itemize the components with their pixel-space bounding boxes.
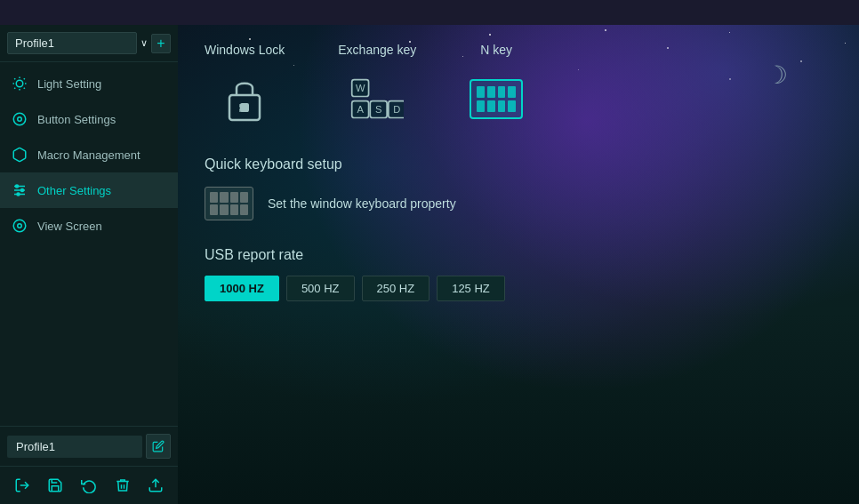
svg-text:D: D xyxy=(393,104,400,115)
toggle-section: Windows Lock xyxy=(205,43,832,130)
save-button[interactable] xyxy=(42,472,68,499)
sliders-icon xyxy=(11,181,28,199)
exchange-key-item[interactable]: Exchange key W A S xyxy=(338,43,416,130)
svg-line-4 xyxy=(24,88,25,89)
svg-rect-24 xyxy=(245,104,249,108)
svg-line-3 xyxy=(14,78,15,79)
windows-lock-item[interactable]: Windows Lock xyxy=(205,43,285,130)
svg-point-16 xyxy=(17,193,20,196)
svg-point-10 xyxy=(18,117,22,122)
sun-icon xyxy=(11,75,28,92)
svg-text:A: A xyxy=(357,104,365,115)
bottom-toolbar xyxy=(0,466,178,504)
macro-icon xyxy=(11,146,28,164)
svg-rect-26 xyxy=(245,108,249,112)
sidebar-item-label: Macro Management xyxy=(37,148,140,162)
delete-button[interactable] xyxy=(109,472,136,499)
quick-keyboard-setup-section: Quick keyboard setup Set the window keyb… xyxy=(205,156,832,220)
svg-line-8 xyxy=(24,78,25,79)
svg-point-0 xyxy=(16,80,23,87)
rate-buttons-group: 1000 HZ 500 HZ 250 HZ 125 HZ xyxy=(205,276,832,301)
svg-point-9 xyxy=(13,113,26,125)
add-profile-button[interactable]: + xyxy=(151,34,171,53)
export-button[interactable] xyxy=(142,472,169,499)
exchange-icon: W A S D xyxy=(350,68,404,130)
svg-text:W: W xyxy=(356,83,365,93)
svg-line-7 xyxy=(14,88,15,89)
reset-button[interactable] xyxy=(76,472,102,499)
keyboard-icon xyxy=(205,187,253,220)
svg-point-14 xyxy=(16,185,19,188)
windows-lock-label: Windows Lock xyxy=(205,43,285,57)
n-key-item[interactable]: N key xyxy=(470,43,523,130)
sidebar-item-macro-management[interactable]: Macro Management xyxy=(0,137,178,172)
svg-point-17 xyxy=(13,220,26,232)
quick-setup-title: Quick keyboard setup xyxy=(205,156,832,172)
svg-rect-25 xyxy=(239,108,244,112)
sidebar-item-label: Light Setting xyxy=(37,77,101,91)
main-layout: Profile1 Profile2 Profile3 ∨ + xyxy=(0,25,859,504)
svg-rect-23 xyxy=(239,104,244,108)
rate-250hz-button[interactable]: 250 HZ xyxy=(362,276,430,301)
sidebar-item-label: Other Settings xyxy=(37,184,111,197)
sidebar-item-button-settings[interactable]: Button Settings xyxy=(0,101,178,137)
rate-125hz-button[interactable]: 125 HZ xyxy=(437,276,505,301)
top-bar xyxy=(0,0,859,25)
svg-text:S: S xyxy=(375,104,381,115)
n-key-label: N key xyxy=(480,43,512,57)
import-button[interactable] xyxy=(9,472,36,499)
svg-point-18 xyxy=(18,224,22,228)
sidebar-item-label: View Screen xyxy=(37,220,102,233)
rate-500hz-button[interactable]: 500 HZ xyxy=(286,276,355,301)
profile-select-row: Profile1 Profile2 Profile3 ∨ + xyxy=(0,25,178,62)
sidebar-item-view-screen[interactable]: View Screen xyxy=(0,208,178,244)
sidebar: Profile1 Profile2 Profile3 ∨ + xyxy=(0,25,178,504)
content-inner: Windows Lock xyxy=(205,43,832,301)
profile-bottom-row: Profile1 xyxy=(0,426,178,466)
rate-1000hz-button[interactable]: 1000 HZ xyxy=(205,276,279,301)
nkey-box xyxy=(470,79,523,119)
quick-setup-description: Set the window keyboard property xyxy=(268,196,456,211)
usb-rate-title: USB report rate xyxy=(205,247,832,263)
view-screen-icon xyxy=(11,217,28,235)
sidebar-item-light-setting[interactable]: Light Setting xyxy=(0,66,178,101)
button-settings-icon xyxy=(11,110,28,128)
exchange-key-label: Exchange key xyxy=(338,43,416,57)
sidebar-item-label: Button Settings xyxy=(37,113,116,126)
profile-select[interactable]: Profile1 Profile2 Profile3 xyxy=(7,32,137,54)
sidebar-item-other-settings[interactable]: Other Settings xyxy=(0,172,178,208)
dropdown-arrow-icon: ∨ xyxy=(140,37,148,49)
profile-edit-button[interactable] xyxy=(146,434,171,459)
nav-items: Light Setting Button Settings Macro xyxy=(0,62,178,426)
usb-report-rate-section: USB report rate 1000 HZ 500 HZ 250 HZ 12… xyxy=(205,247,832,301)
content-area: ☽ Windows Lock xyxy=(178,25,859,504)
profile-bottom-label: Profile1 xyxy=(7,436,142,458)
quick-setup-row[interactable]: Set the window keyboard property xyxy=(205,187,832,220)
lock-icon xyxy=(218,68,271,130)
nkey-icon xyxy=(470,68,523,130)
svg-point-15 xyxy=(21,189,24,192)
